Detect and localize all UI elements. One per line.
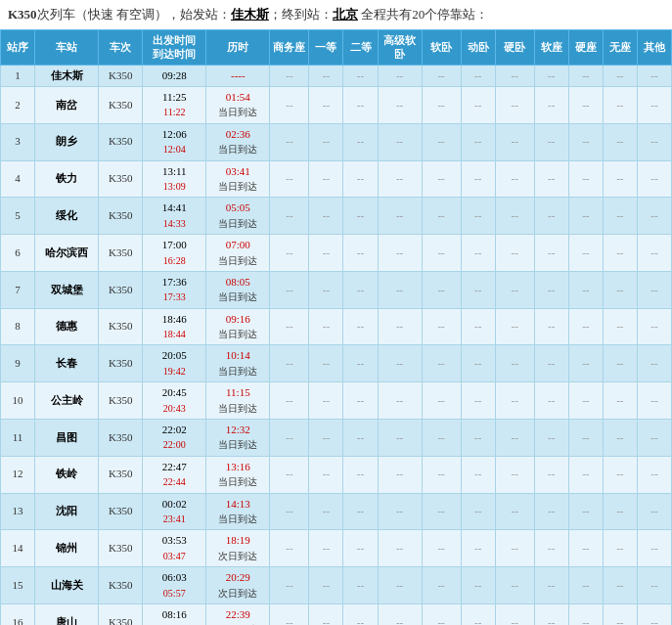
cell-business: -- (270, 86, 309, 123)
cell-no-seat: -- (603, 271, 637, 308)
cell-dyn-berth: -- (461, 530, 495, 567)
cell-hard-seat: -- (568, 86, 603, 123)
cell-business: -- (270, 382, 309, 420)
cell-first: -- (309, 308, 343, 345)
table-row: 10 公主岭 K350 20:4520:43 11:15当日到达 -- -- -… (1, 382, 672, 420)
col-business: 商务座 (270, 30, 309, 66)
cell-other: -- (637, 345, 671, 382)
cell-soft-berth: -- (422, 271, 461, 308)
cell-no-seat: -- (603, 86, 637, 123)
schedule-table: 站序 车站 车次 出发时间到达时间 历时 商务座 一等 二等 高级软卧 软卧 动… (0, 29, 672, 625)
col-no-seat: 无座 (603, 30, 637, 66)
cell-seq: 12 (1, 456, 35, 493)
cell-soft-berth: -- (422, 493, 461, 530)
cell-second: -- (343, 603, 378, 625)
cell-hard-berth: -- (495, 603, 534, 625)
cell-no-seat: -- (603, 420, 637, 457)
cell-no-seat: -- (603, 456, 637, 493)
cell-train: K350 (99, 530, 143, 567)
col-station: 车站 (35, 30, 99, 66)
cell-hard-seat: -- (568, 271, 603, 308)
table-row: 11 昌图 K350 22:0222:00 12:32当日到达 -- -- --… (1, 420, 672, 457)
cell-seq: 14 (1, 530, 35, 567)
cell-soft-berth: -- (422, 86, 461, 123)
cell-station: 长春 (35, 345, 99, 382)
cell-train: K350 (99, 345, 143, 382)
cell-high-soft: -- (378, 420, 422, 457)
cell-duration: 05:05当日到达 (206, 198, 270, 235)
cell-high-soft: -- (378, 530, 422, 567)
cell-hard-berth: -- (495, 123, 534, 160)
cell-first: -- (309, 493, 343, 530)
cell-station: 铁力 (35, 160, 99, 198)
cell-dyn-berth: -- (461, 382, 495, 420)
cell-dyn-berth: -- (461, 271, 495, 308)
cell-other: -- (637, 65, 671, 86)
cell-hard-seat: -- (568, 235, 603, 272)
cell-high-soft: -- (378, 235, 422, 272)
cell-business: -- (270, 345, 309, 382)
cell-high-soft: -- (378, 308, 422, 345)
cell-train: K350 (99, 160, 143, 198)
cell-hard-seat: -- (568, 603, 603, 625)
cell-hard-berth: -- (495, 456, 534, 493)
cell-train: K350 (99, 198, 143, 235)
table-row: 16 唐山 K350 08:1608:07 22:39次日到达 -- -- --… (1, 603, 672, 625)
table-row: 7 双城堡 K350 17:3617:33 08:05当日到达 -- -- --… (1, 271, 672, 308)
col-hard-seat: 硬座 (568, 30, 603, 66)
cell-other: -- (637, 382, 671, 420)
cell-soft-seat: -- (534, 123, 568, 160)
cell-hard-berth: -- (495, 567, 534, 604)
cell-depart: 17:3617:33 (143, 271, 206, 308)
cell-duration: ---- (206, 65, 270, 86)
cell-duration: 18:19次日到达 (206, 530, 270, 567)
cell-dyn-berth: -- (461, 567, 495, 604)
cell-second: -- (343, 160, 378, 198)
cell-depart: 00:0223:41 (143, 493, 206, 530)
cell-soft-seat: -- (534, 86, 568, 123)
col-high-soft-berth: 高级软卧 (378, 30, 422, 66)
cell-seq: 1 (1, 65, 35, 86)
cell-second: -- (343, 420, 378, 457)
cell-duration: 03:41当日到达 (206, 160, 270, 198)
cell-hard-berth: -- (495, 65, 534, 86)
table-row: 5 绥化 K350 14:4114:33 05:05当日到达 -- -- -- … (1, 198, 672, 235)
cell-hard-berth: -- (495, 308, 534, 345)
cell-high-soft: -- (378, 123, 422, 160)
cell-station: 山海关 (35, 567, 99, 604)
cell-train: K350 (99, 603, 143, 625)
cell-no-seat: -- (603, 530, 637, 567)
cell-duration: 02:36当日到达 (206, 123, 270, 160)
cell-station: 哈尔滨西 (35, 235, 99, 272)
cell-train: K350 (99, 382, 143, 420)
cell-second: -- (343, 382, 378, 420)
cell-no-seat: -- (603, 65, 637, 86)
cell-duration: 01:54当日到达 (206, 86, 270, 123)
cell-dyn-berth: -- (461, 198, 495, 235)
cell-soft-berth: -- (422, 235, 461, 272)
cell-hard-seat: -- (568, 308, 603, 345)
cell-high-soft: -- (378, 271, 422, 308)
table-row: 3 朗乡 K350 12:0612:04 02:36当日到达 -- -- -- … (1, 123, 672, 160)
cell-train: K350 (99, 65, 143, 86)
cell-depart: 12:0612:04 (143, 123, 206, 160)
cell-duration: 13:16当日到达 (206, 456, 270, 493)
table-row: 2 南岔 K350 11:2511:22 01:54当日到达 -- -- -- … (1, 86, 672, 123)
cell-hard-berth: -- (495, 86, 534, 123)
col-soft-seat: 软座 (534, 30, 568, 66)
cell-depart: 13:1113:09 (143, 160, 206, 198)
cell-soft-berth: -- (422, 603, 461, 625)
cell-station: 昌图 (35, 420, 99, 457)
cell-seq: 10 (1, 382, 35, 420)
cell-no-seat: -- (603, 198, 637, 235)
col-dynamic-berth: 动卧 (461, 30, 495, 66)
table-row: 1 佳木斯 K350 09:28 ---- -- -- -- -- -- -- … (1, 65, 672, 86)
cell-train: K350 (99, 567, 143, 604)
cell-soft-berth: -- (422, 567, 461, 604)
cell-hard-seat: -- (568, 345, 603, 382)
cell-other: -- (637, 123, 671, 160)
col-soft-berth: 软卧 (422, 30, 461, 66)
cell-first: -- (309, 65, 343, 86)
cell-duration: 11:15当日到达 (206, 382, 270, 420)
cell-duration: 09:16当日到达 (206, 308, 270, 345)
